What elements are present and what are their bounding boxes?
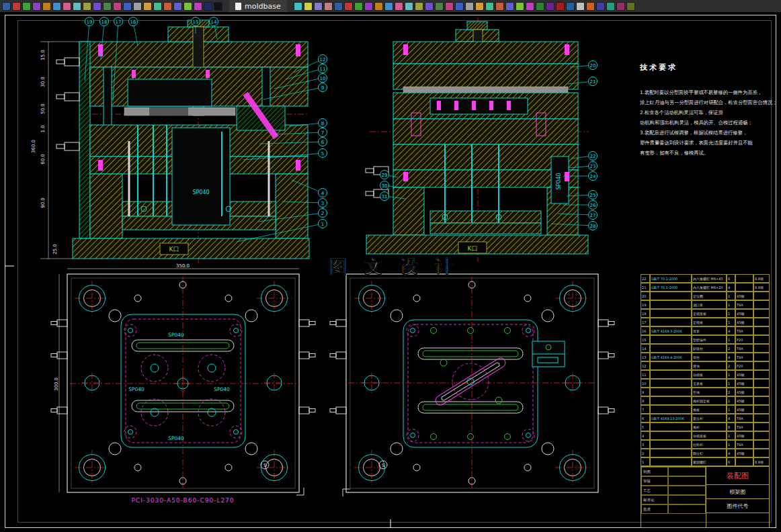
toolbar-icon[interactable] [2, 2, 11, 11]
bom-cell [735, 274, 753, 283]
toolbar-icon[interactable] [505, 2, 514, 11]
toolbar-icon[interactable] [495, 2, 504, 11]
toolbar-icon[interactable] [42, 2, 51, 11]
bom-cell: 2 [727, 344, 735, 353]
toolbar-icon[interactable] [32, 2, 41, 11]
bom-cell: 2 [727, 388, 735, 396]
dimension: 15.0 [40, 50, 46, 60]
toolbar-icon[interactable] [103, 2, 112, 11]
bom-cell [650, 335, 692, 344]
toolbar-icon[interactable] [173, 2, 182, 11]
toolbar-icon[interactable] [73, 2, 81, 11]
toolbar-icon[interactable] [113, 2, 122, 11]
toolbar-icon[interactable] [143, 2, 152, 11]
toolbar-icon[interactable] [194, 2, 202, 11]
toolbar-icon[interactable] [314, 2, 323, 11]
bom-cell: 2 [641, 449, 650, 457]
bom-cell [753, 370, 770, 379]
toolbar-icon[interactable] [475, 2, 484, 11]
bom-cell: 8.8级 [753, 457, 770, 466]
bom-cell: 45钢 [735, 405, 753, 414]
toolbar-icon[interactable] [93, 2, 101, 11]
toolbar-icon[interactable] [425, 2, 434, 11]
balloon-number: 16 [130, 19, 136, 25]
toolbar-icon[interactable] [63, 2, 71, 11]
toolbar-icon[interactable] [536, 2, 544, 11]
toolbar-icon[interactable] [586, 2, 595, 11]
toolbar-icon[interactable] [304, 2, 313, 11]
bom-cell: 1 [727, 370, 735, 379]
toolbar-icon[interactable] [12, 2, 21, 11]
toolbar-icon[interactable] [606, 2, 615, 11]
toolbar-icon[interactable] [344, 2, 353, 11]
bom-cell: 15 [641, 335, 650, 344]
sp-label: SP040 [128, 386, 145, 392]
toolbar-icon[interactable] [354, 2, 363, 11]
sp-label: SP040 [214, 386, 230, 392]
toolbar-icon[interactable] [576, 2, 585, 11]
toolbar-icon[interactable] [163, 2, 172, 11]
bom-cell: 45钢 [735, 309, 753, 318]
toolbar-icon[interactable] [364, 2, 373, 11]
bom-cell: 8 [727, 423, 735, 431]
toolbar-icon[interactable] [22, 2, 31, 11]
toolbar-icon[interactable] [415, 2, 423, 11]
bom-cell: 4 [727, 283, 735, 292]
bom-cell [753, 318, 770, 326]
drawing-title: 装配图 [706, 467, 769, 485]
part-number: PCI-3030-A50-B60-C90-L270 [131, 497, 234, 504]
toolbar-icon[interactable] [516, 2, 524, 11]
balloon-number: 19 [87, 19, 93, 25]
toolbar-icon[interactable] [526, 2, 534, 11]
toolbar-icon[interactable] [445, 2, 454, 11]
toolbar-icon[interactable] [183, 2, 192, 11]
sign-label: 标准化 [641, 495, 668, 504]
toolbar-icon[interactable] [395, 2, 403, 11]
toolbar-icon[interactable] [384, 2, 393, 11]
toolbar-icon[interactable] [485, 2, 494, 11]
balloon-number: 18 [101, 19, 108, 25]
file-tab-moldbase[interactable]: moldbase [229, 0, 287, 12]
toolbar-icon[interactable] [153, 2, 162, 11]
bom-cell: 14 [641, 344, 650, 353]
bom-cell: 内六角螺钉 M6×45 [692, 274, 727, 283]
balloon-number: 9 [321, 85, 324, 91]
toolbar-icon[interactable] [204, 2, 212, 11]
toolbar-icon[interactable] [566, 2, 575, 11]
toolbar-icon[interactable] [214, 2, 222, 11]
toolbar-icon[interactable] [133, 2, 142, 11]
toolbar-icon[interactable] [465, 2, 474, 11]
bom-cell: 18 [641, 309, 650, 318]
toolbar-icon[interactable] [616, 2, 625, 11]
toolbar-icon[interactable] [123, 2, 132, 11]
bom-cell: 浇口套 [692, 300, 727, 309]
gate-mark: K口 [169, 246, 179, 253]
toolbar-icon[interactable] [374, 2, 383, 11]
bom-cell: T8A [735, 300, 753, 309]
bom-cell: 定位圈 [692, 292, 727, 300]
toolbar-icon[interactable] [455, 2, 464, 11]
bom-cell: T8A [735, 326, 753, 335]
section-view-1 [40, 19, 309, 263]
bom-cell: 动模板 [692, 370, 727, 379]
toolbar-icon[interactable] [435, 2, 444, 11]
bom-cell: 45钢 [735, 379, 753, 388]
toolbar-icon[interactable] [334, 2, 343, 11]
toolbar-icon[interactable] [294, 2, 302, 11]
bom-cell: 1 [727, 309, 735, 318]
balloon-number: 29 [382, 173, 388, 178]
toolbar-icon[interactable] [546, 2, 554, 11]
toolbar-icon[interactable] [83, 2, 91, 11]
bom-cell [753, 353, 770, 361]
bom-cell: 紧固螺钉 [692, 457, 727, 466]
toolbar-icon[interactable] [405, 2, 413, 11]
toolbar-icon[interactable] [52, 2, 61, 11]
balloon-number: 10 [320, 76, 326, 81]
toolbar-icon[interactable] [596, 2, 605, 11]
toolbar-icon[interactable] [626, 2, 635, 11]
toolbar-icon[interactable] [556, 2, 565, 11]
balloon-number: 20 [590, 63, 596, 69]
bom-cell: T8A [735, 344, 753, 353]
toolbar: moldbase [0, 0, 781, 12]
toolbar-icon[interactable] [324, 2, 333, 11]
